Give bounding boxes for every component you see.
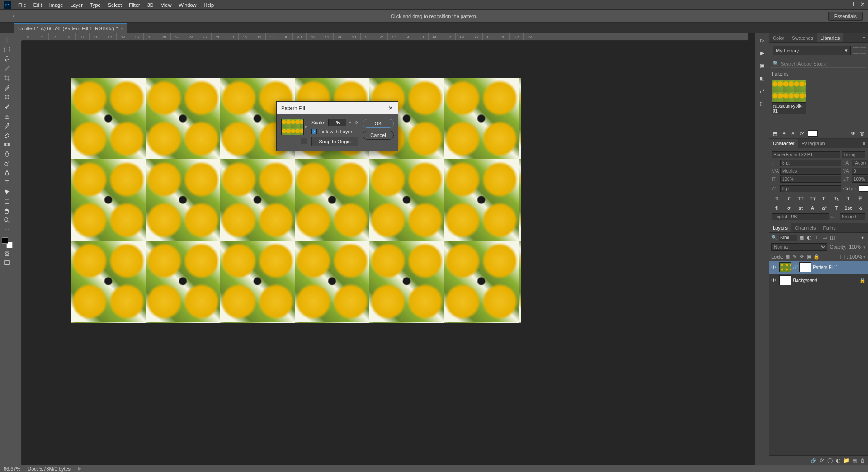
layer-thumbnail[interactable] — [779, 275, 791, 285]
menu-edit[interactable]: Edit — [30, 0, 46, 9]
filter-smart-icon[interactable]: ◫ — [829, 234, 835, 241]
path-selection-tool[interactable] — [2, 187, 13, 196]
maximize-icon[interactable]: ❐ — [849, 1, 854, 8]
new-layer-icon[interactable]: ▤ — [851, 457, 858, 463]
filter-type-icon[interactable]: T — [814, 234, 820, 241]
lock-position-icon[interactable]: ✥ — [799, 254, 805, 260]
library-pattern-item[interactable]: capsicum-yolk-01 — [772, 80, 806, 114]
layers-panel-menu-icon[interactable]: ≡ — [860, 223, 868, 232]
filter-adjust-icon[interactable]: ◐ — [806, 234, 812, 241]
language-selector[interactable] — [772, 213, 829, 220]
snap-to-origin-button[interactable]: Snap to Origin — [311, 137, 358, 146]
kerning-input[interactable] — [780, 168, 841, 175]
smallcaps-button[interactable]: Tᴛ — [807, 195, 818, 203]
tab-character[interactable]: Character — [769, 139, 798, 148]
shape-tool[interactable] — [2, 197, 13, 206]
leading-input[interactable] — [852, 160, 868, 166]
dialog-close-icon[interactable]: ✕ — [388, 104, 393, 112]
lasso-tool[interactable] — [2, 54, 13, 63]
layer-thumbnail[interactable] — [779, 262, 791, 272]
swash-button[interactable]: st — [796, 204, 806, 212]
snap-to-pixel-icon[interactable] — [301, 138, 307, 144]
crop-tool[interactable] — [2, 73, 13, 82]
filter-toggle[interactable]: ● — [859, 234, 866, 241]
magic-wand-tool[interactable] — [2, 64, 13, 73]
list-view-icon[interactable] — [860, 47, 866, 54]
menu-help[interactable]: Help — [200, 0, 218, 9]
layer-group-icon[interactable]: 📁 — [843, 457, 849, 463]
menu-select[interactable]: Select — [104, 0, 126, 9]
menu-filter[interactable]: Filter — [125, 0, 143, 9]
adjustment-layer-icon[interactable]: ◐ — [835, 457, 841, 463]
layer-link-icon[interactable]: 🔗 — [793, 265, 797, 269]
italic-button[interactable]: T — [783, 195, 794, 203]
lock-transparency-icon[interactable]: ▦ — [784, 254, 790, 260]
allcaps-button[interactable]: TT — [796, 195, 806, 203]
tab-paragraph[interactable]: Paragraph — [798, 139, 828, 148]
menu-image[interactable]: Image — [46, 0, 67, 9]
link-layers-icon[interactable]: 🔗 — [811, 457, 817, 463]
visibility-icon[interactable]: 👁 — [850, 130, 856, 137]
3d-panel-icon[interactable]: ⬚ — [758, 99, 766, 108]
tab-swatches[interactable]: Swatches — [788, 33, 817, 42]
workspace-selector[interactable]: Essentials — [828, 12, 863, 21]
stylistic-button[interactable]: T — [831, 204, 841, 212]
marquee-tool[interactable] — [2, 45, 13, 54]
hscale-input[interactable] — [852, 176, 868, 183]
zoom-level[interactable]: 66.67% — [4, 466, 20, 472]
font-size-input[interactable] — [780, 160, 841, 166]
layer-visibility-icon[interactable]: 👁 — [771, 264, 778, 270]
actions-panel-icon[interactable]: ▶ — [758, 49, 766, 57]
close-icon[interactable]: ✕ — [860, 1, 865, 8]
foreground-background-colors[interactable] — [2, 237, 13, 248]
blur-tool[interactable] — [2, 149, 13, 158]
menu-window[interactable]: Window — [175, 0, 200, 9]
styles-panel-icon[interactable]: ⇄ — [758, 87, 766, 95]
layer-name[interactable]: Background — [793, 278, 858, 283]
fill-value[interactable]: 100% — [849, 254, 862, 260]
underline-button[interactable]: T — [843, 195, 854, 203]
status-menu-icon[interactable]: ▶ — [78, 466, 81, 472]
type-tool[interactable] — [2, 178, 13, 187]
tab-color[interactable]: Color — [769, 33, 788, 42]
adjustments-panel-icon[interactable]: ◧ — [758, 74, 766, 82]
lock-pixels-icon[interactable]: ✎ — [792, 254, 797, 260]
clone-stamp-tool[interactable] — [2, 111, 13, 120]
ligatures-button[interactable]: fi — [772, 204, 782, 212]
blend-mode-selector[interactable]: Normal — [771, 243, 827, 251]
titling-button[interactable]: A — [807, 204, 818, 212]
pen-tool[interactable] — [2, 168, 13, 177]
tab-libraries[interactable]: Libraries — [817, 33, 843, 42]
hand-tool[interactable] — [2, 206, 13, 215]
filter-shape-icon[interactable]: ▭ — [821, 234, 828, 241]
lock-artboard-icon[interactable]: ▣ — [806, 254, 812, 260]
tracking-input[interactable] — [852, 168, 868, 175]
search-stock[interactable]: 🔍 Search Adobe Stock — [771, 60, 866, 68]
baseline-input[interactable] — [780, 185, 841, 192]
vscale-input[interactable] — [780, 176, 841, 183]
cancel-button[interactable]: Cancel — [363, 131, 393, 140]
trash-icon[interactable]: 🗑 — [859, 130, 865, 137]
gradient-tool[interactable] — [2, 140, 13, 149]
ordinals-button[interactable]: aª — [819, 204, 830, 212]
move-tool-icon[interactable] — [4, 12, 12, 20]
font-family-input[interactable] — [772, 151, 840, 158]
pattern-picker-swatch[interactable] — [281, 119, 304, 135]
library-selector[interactable]: My Library ▾ — [773, 46, 851, 55]
layer-filter-kind[interactable] — [779, 235, 797, 241]
brush-tool[interactable] — [2, 102, 13, 111]
fractions-button[interactable]: 1st — [843, 204, 854, 212]
layer-row-background[interactable]: 👁 Background 🔒 — [769, 274, 868, 287]
add-parastyle-icon[interactable]: A — [790, 130, 796, 137]
scale-input[interactable] — [328, 119, 346, 126]
dodge-tool[interactable] — [2, 159, 13, 168]
pattern-picker-dropdown-icon[interactable]: ▾ — [305, 125, 307, 129]
menu-layer[interactable]: Layer — [66, 0, 86, 9]
dialog-titlebar[interactable]: Pattern Fill ✕ — [277, 102, 398, 114]
lock-all-icon[interactable]: 🔒 — [813, 254, 819, 260]
add-layerstyle-icon[interactable]: fx — [799, 130, 805, 137]
link-with-layer-checkbox[interactable]: ✓ Link with Layer — [311, 129, 358, 134]
quick-mask-tool[interactable] — [2, 249, 13, 258]
subscript-button[interactable]: T₁ — [831, 195, 841, 203]
layer-fx-icon[interactable]: fx — [819, 457, 825, 463]
